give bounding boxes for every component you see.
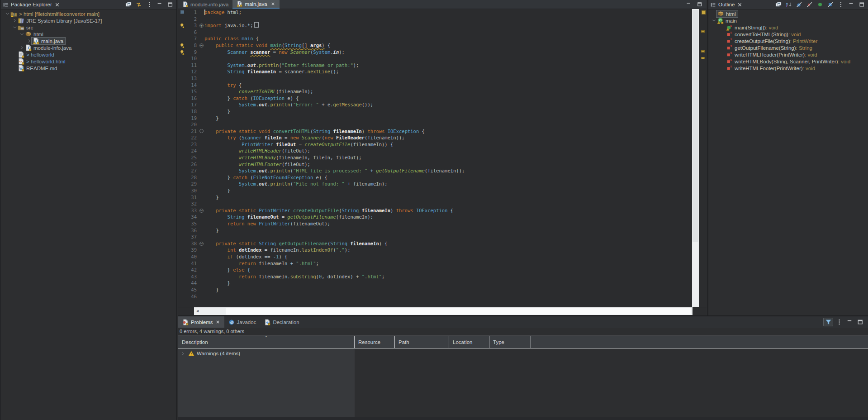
close-icon[interactable] bbox=[54, 2, 60, 8]
code-line[interactable]: 18 } bbox=[178, 108, 692, 115]
sort-icon[interactable]: az bbox=[784, 1, 793, 9]
chevron-right-icon[interactable] bbox=[12, 18, 18, 24]
gutter-annotation[interactable] bbox=[178, 43, 186, 48]
column-header-type[interactable]: Type bbox=[489, 336, 531, 348]
column-header-resource[interactable]: Resource bbox=[355, 336, 395, 348]
view-menu-icon[interactable] bbox=[835, 318, 844, 326]
code-line[interactable]: 16 } catch (IOException e) { bbox=[178, 95, 692, 102]
gutter-annotation[interactable] bbox=[178, 10, 186, 15]
view-menu-icon[interactable] bbox=[836, 1, 845, 9]
code-line[interactable]: 26 writeHTMLFooter(fileOut); bbox=[178, 161, 692, 168]
code-line[interactable]: 17 System.out.println("Error: " + e.getM… bbox=[178, 101, 692, 108]
code-line[interactable]: 8– public static void main(String[] args… bbox=[178, 42, 692, 49]
outline-item-main-string[interactable]: Smain(String[])void bbox=[708, 24, 868, 31]
problems-tab-declaration[interactable]: Declaration bbox=[260, 316, 303, 328]
tree-item-html-filetohtmlfileconvertor-main[interactable]: J> html [filetohtmlfileconvertor main] bbox=[1, 10, 176, 17]
tree-item-readme.md[interactable]: WREADME.md bbox=[1, 65, 176, 72]
minimize-icon[interactable] bbox=[845, 318, 854, 326]
code-line[interactable]: 13 bbox=[178, 75, 692, 82]
outline-item-converttohtml-string[interactable]: SconvertToHTML(String)void bbox=[708, 31, 868, 38]
code-line[interactable]: 1package html; bbox=[178, 9, 692, 16]
code-line[interactable]: 37 bbox=[178, 234, 692, 240]
code-line[interactable]: 10 bbox=[178, 55, 692, 62]
tree-item-src[interactable]: src bbox=[1, 24, 176, 31]
chevron-down-icon[interactable] bbox=[12, 24, 18, 30]
problems-row-warnings-group[interactable]: Warnings (4 items) bbox=[178, 348, 868, 358]
chevron-down-icon[interactable] bbox=[19, 31, 25, 37]
code-line[interactable]: 31 } bbox=[178, 194, 692, 201]
close-icon[interactable] bbox=[737, 2, 743, 8]
tree-item-main.java[interactable]: Jmain.java bbox=[1, 38, 176, 44]
outline-item-createoutputfile-string[interactable]: ScreateOutputFile(String)PrintWriter bbox=[708, 38, 868, 44]
outline-item-writehtmlbody-string-scanner-printwriter[interactable]: SwriteHTMLBody(String, Scanner, PrintWri… bbox=[708, 58, 868, 65]
code-line[interactable]: 30 } bbox=[178, 187, 692, 194]
maximize-icon[interactable] bbox=[166, 1, 175, 9]
chevron-right-icon[interactable] bbox=[19, 45, 25, 51]
minimize-icon[interactable] bbox=[847, 1, 856, 9]
code-line[interactable]: 23 PrintWriter fileOut = createOutputFil… bbox=[178, 141, 692, 148]
hide-local-types-icon[interactable] bbox=[826, 1, 835, 9]
collapse-all-icon[interactable] bbox=[774, 1, 783, 9]
minimize-icon[interactable] bbox=[684, 0, 693, 8]
code-line[interactable]: 42 } else { bbox=[178, 267, 692, 273]
problems-tab-javadoc[interactable]: @Javadoc bbox=[224, 316, 261, 328]
column-header-path[interactable]: Path bbox=[395, 336, 449, 348]
code-line[interactable]: 6 bbox=[178, 29, 692, 36]
close-icon[interactable] bbox=[270, 1, 275, 6]
code-line[interactable]: 29 System.out.println("File not found: "… bbox=[178, 181, 692, 187]
code-line[interactable]: 22 try (Scanner fileIn = new Scanner(new… bbox=[178, 134, 692, 141]
tree-item-jre-system-library-javase-17[interactable]: JRE System Library [JavaSE-17] bbox=[1, 17, 176, 24]
code-line[interactable]: 33– private static PrintWriter createOut… bbox=[178, 207, 692, 214]
gutter-annotation[interactable] bbox=[178, 49, 186, 55]
column-header-description[interactable]: Descriptionˆ bbox=[178, 336, 355, 348]
chevron-right-icon[interactable] bbox=[180, 351, 186, 357]
editor-tab-module-info-java[interactable]: Jmodule-info.java bbox=[178, 0, 232, 9]
warning-marker[interactable] bbox=[701, 30, 705, 33]
collapse-all-icon[interactable] bbox=[124, 1, 133, 9]
code-line[interactable]: 14 try { bbox=[178, 82, 692, 89]
code-line[interactable]: 34 String filenameOut = getOutputFilenam… bbox=[178, 214, 692, 220]
code-line[interactable]: 44 } bbox=[178, 280, 692, 286]
maximize-icon[interactable] bbox=[855, 318, 864, 326]
code-line[interactable]: 7public class main { bbox=[178, 35, 692, 42]
fold-collapse-icon[interactable]: – bbox=[199, 209, 204, 213]
problems-tab-problems[interactable]: Problems bbox=[178, 316, 224, 328]
outline-item-writehtmlfooter-printwriter[interactable]: SwriteHTMLFooter(PrintWriter)void bbox=[708, 65, 868, 72]
close-icon[interactable] bbox=[215, 320, 220, 325]
code-line[interactable]: 25 writeHTMLBody(filenameIn, fileIn, fil… bbox=[178, 154, 692, 161]
code-line[interactable]: 28 } catch (FileNotFoundException e) { bbox=[178, 174, 692, 181]
code-line[interactable]: 11 System.out.println("Enter filename or… bbox=[178, 62, 692, 69]
code-line[interactable]: 20 bbox=[178, 121, 692, 128]
gutter-annotation[interactable] bbox=[178, 23, 186, 28]
tree-item-module-info.java[interactable]: Jmodule-info.java bbox=[1, 44, 176, 51]
link-with-editor-icon[interactable] bbox=[134, 1, 143, 9]
warning-marker[interactable] bbox=[701, 50, 705, 52]
code-line[interactable]: 19 } bbox=[178, 115, 692, 122]
horizontal-scrollbar[interactable]: ◄ bbox=[194, 307, 693, 315]
filter-icon[interactable] bbox=[823, 318, 833, 326]
hide-fields-icon[interactable] bbox=[795, 1, 804, 9]
outline-item-getoutputfilename-string[interactable]: SgetOutputFilename(String)String bbox=[708, 44, 868, 51]
overview-ruler[interactable] bbox=[699, 9, 707, 307]
view-menu-icon[interactable] bbox=[145, 1, 154, 9]
code-line[interactable]: 2 bbox=[178, 16, 692, 23]
chevron-down-icon[interactable] bbox=[711, 18, 717, 24]
code-line[interactable]: 36 } bbox=[178, 227, 692, 234]
package-explorer-title[interactable]: Package Explorer bbox=[11, 2, 52, 7]
outline-item-writehtmlheader-printwriter[interactable]: SwriteHTMLHeader(PrintWriter)void bbox=[708, 51, 868, 58]
outline-item-main[interactable]: Cmain bbox=[708, 17, 868, 24]
code-line[interactable]: 21– private static void convertToHTML(St… bbox=[178, 128, 692, 135]
scroll-left-arrow-icon[interactable]: ◄ bbox=[195, 309, 199, 313]
fold-collapse-icon[interactable]: – bbox=[199, 43, 204, 48]
code-line[interactable]: 32 bbox=[178, 200, 692, 207]
code-line[interactable]: 24 writeHTMLHeader(fileOut); bbox=[178, 148, 692, 154]
maximize-icon[interactable] bbox=[857, 1, 866, 9]
vertical-scrollbar-thumb[interactable] bbox=[693, 10, 698, 242]
code-editor[interactable]: 1package html;23+import java.io.*;67publ… bbox=[178, 9, 707, 307]
horizontal-scrollbar-thumb[interactable] bbox=[226, 308, 691, 315]
code-line[interactable]: 38– private static String getOutputFilen… bbox=[178, 240, 692, 247]
code-line[interactable]: 3+import java.io.*; bbox=[178, 22, 692, 29]
editor-tab-main-java[interactable]: Jmain.java bbox=[232, 0, 279, 9]
hide-non-public-icon[interactable] bbox=[816, 1, 825, 9]
code-line[interactable]: 43 return filenameIn.substring(0, dotInd… bbox=[178, 273, 692, 280]
